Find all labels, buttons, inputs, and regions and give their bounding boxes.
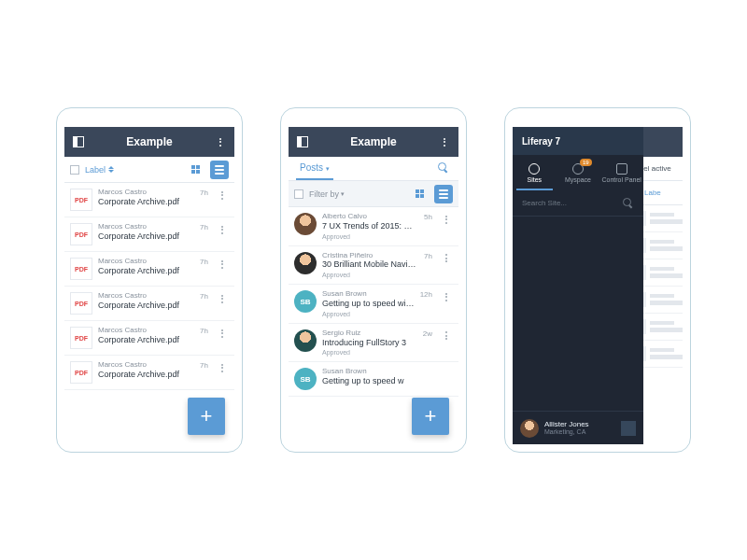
filter-label: Filter by xyxy=(309,189,339,199)
search-icon[interactable] xyxy=(438,162,451,175)
list-item[interactable]: PDF Marcos Castro Corporate Archive.pdf … xyxy=(64,321,234,356)
search-placeholder: Search Site... xyxy=(522,199,617,207)
sort-button[interactable]: Label xyxy=(85,165,114,175)
drawer-brand: Liferay 7 xyxy=(513,127,643,155)
appbar: Example xyxy=(289,127,458,157)
drawer-tab-sites[interactable]: Sites xyxy=(513,155,557,190)
list-item[interactable]: PDF Marcos Castro Corporate Archive.pdf … xyxy=(64,287,234,321)
add-fab[interactable]: + xyxy=(188,398,225,435)
list-item[interactable]: Cristina Piñeiro 30 Brilliant Mobile Nav… xyxy=(289,246,458,286)
drawer-tab-myspace[interactable]: 19 Myspace xyxy=(557,155,600,190)
item-more-icon[interactable] xyxy=(216,189,229,202)
more-icon[interactable] xyxy=(214,135,227,148)
drawer-tab-label: Control Panel xyxy=(601,176,641,183)
list-item[interactable]: SB Susan Brown Getting up to speed with … xyxy=(289,285,458,324)
item-author: Cristina Piñeiro xyxy=(322,252,418,260)
item-author: Marcos Castro xyxy=(98,292,194,301)
item-status: Approved xyxy=(322,349,417,356)
item-title: Introducing FullStory 3 xyxy=(322,338,417,348)
item-status: Approved xyxy=(322,311,415,317)
list-item[interactable]: Alberto Calvo 7 UX Trends of 2015: Get..… xyxy=(289,207,458,246)
select-all-checkbox[interactable] xyxy=(70,165,79,175)
tab-label: Posts xyxy=(300,162,323,173)
drawer-search[interactable]: Search Site... xyxy=(513,190,643,217)
item-more-icon[interactable] xyxy=(440,213,453,226)
list-item[interactable]: SB Susan Brown Getting up to speed w xyxy=(289,362,458,397)
item-time: 7h xyxy=(424,252,432,260)
grid-view-button[interactable] xyxy=(186,161,204,179)
drawer-tab-control-panel[interactable]: Control Panel xyxy=(599,155,643,190)
appbar: Example xyxy=(64,127,234,157)
item-author: Marcos Castro xyxy=(98,361,194,370)
item-more-icon[interactable] xyxy=(216,258,229,271)
item-author: Marcos Castro xyxy=(98,327,194,335)
page-title: Example xyxy=(85,135,214,148)
item-title: Corporate Archive.pdf xyxy=(98,301,194,311)
item-more-icon[interactable] xyxy=(216,361,229,374)
item-time: 12h xyxy=(420,290,432,299)
grid-icon xyxy=(191,165,200,174)
sort-arrows-icon xyxy=(108,166,114,173)
more-icon[interactable] xyxy=(438,135,451,148)
notification-badge: 19 xyxy=(580,159,592,166)
drawer-tabs: Sites 19 Myspace Control Panel xyxy=(513,155,643,190)
item-time: 7h xyxy=(200,292,208,301)
list-item[interactable]: Sergio Ruiz Introducing FullStory 3 Appr… xyxy=(289,324,458,363)
item-title: Corporate Archive.pdf xyxy=(98,266,194,276)
list-item[interactable]: PDF Marcos Castro Corporate Archive.pdf … xyxy=(64,183,234,217)
item-author: Susan Brown xyxy=(322,290,415,299)
pdf-icon: PDF xyxy=(70,189,92,211)
list-view-button[interactable] xyxy=(210,161,229,179)
list-item[interactable]: PDF Marcos Castro Corporate Archive.pdf … xyxy=(64,356,234,390)
item-author: Marcos Castro xyxy=(98,189,194,197)
list-icon xyxy=(215,165,224,175)
bg-label-link[interactable]: Labe xyxy=(644,189,661,197)
grid-view-button[interactable] xyxy=(410,185,429,203)
item-author: Marcos Castro xyxy=(98,223,194,231)
list-item[interactable]: PDF Marcos Castro Corporate Archive.pdf … xyxy=(64,252,234,287)
pdf-icon: PDF xyxy=(70,292,92,315)
tab-posts[interactable]: Posts▾ xyxy=(296,157,333,180)
add-fab[interactable]: + xyxy=(412,398,449,435)
avatar xyxy=(520,419,539,438)
filter-toolbar: Filter by▾ xyxy=(289,181,458,207)
item-title: 7 UX Trends of 2015: Get... xyxy=(322,221,418,231)
settings-icon xyxy=(616,163,627,175)
panels-icon[interactable] xyxy=(72,135,85,148)
list-view-button[interactable] xyxy=(434,185,453,203)
avatar xyxy=(294,213,317,235)
item-author: Susan Brown xyxy=(322,368,453,376)
item-time: 2w xyxy=(423,329,432,338)
list-icon xyxy=(439,189,448,199)
item-status: Approved xyxy=(322,272,418,278)
item-status: Approved xyxy=(322,233,418,240)
user-menu-button[interactable] xyxy=(621,421,636,436)
screen-1: Example Label PDF Marcos Castro Corpor xyxy=(64,127,234,444)
item-more-icon[interactable] xyxy=(440,290,453,303)
item-title: 30 Brilliant Mobile Navigati... xyxy=(322,259,418,270)
pdf-icon: PDF xyxy=(70,223,92,245)
select-all-checkbox[interactable] xyxy=(294,189,303,199)
avatar: SB xyxy=(294,290,317,313)
item-more-icon[interactable] xyxy=(216,223,229,236)
navigation-drawer: Liferay 7 Sites 19 Myspace Control Panel xyxy=(513,127,643,444)
drawer-user[interactable]: Allister Jones Marketing, CA xyxy=(513,411,643,444)
list-item[interactable]: PDF Marcos Castro Corporate Archive.pdf … xyxy=(64,217,234,252)
item-author: Sergio Ruiz xyxy=(322,329,417,338)
item-time: 7h xyxy=(200,327,208,335)
item-more-icon[interactable] xyxy=(216,292,229,305)
item-title: Corporate Archive.pdf xyxy=(98,197,194,207)
drawer-tab-label: Myspace xyxy=(565,176,591,183)
item-more-icon[interactable] xyxy=(440,329,453,343)
item-more-icon[interactable] xyxy=(216,327,229,340)
compass-icon xyxy=(529,163,540,175)
item-time: 5h xyxy=(424,213,432,221)
drawer-tab-label: Sites xyxy=(528,176,543,183)
panels-icon[interactable] xyxy=(296,135,309,148)
page-title: Example xyxy=(309,135,438,148)
sort-label: Label xyxy=(85,165,106,175)
item-more-icon[interactable] xyxy=(440,252,453,265)
avatar: SB xyxy=(294,368,317,390)
screen-3: Label active Labe Liferay 7 Sites xyxy=(513,127,683,444)
filter-button[interactable]: Filter by▾ xyxy=(309,189,345,199)
